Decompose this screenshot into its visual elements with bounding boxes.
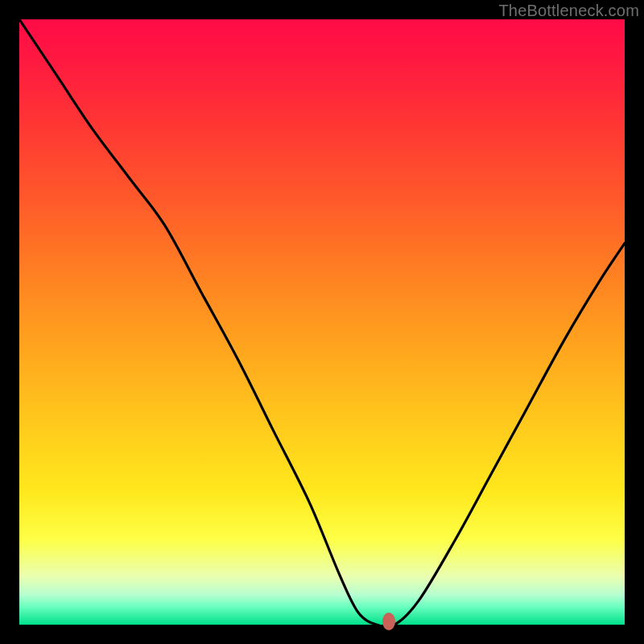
optimum-marker — [382, 613, 395, 630]
bottleneck-curve — [19, 19, 625, 625]
plot-area — [19, 19, 625, 625]
watermark-text: TheBottleneck.com — [498, 2, 639, 20]
chart-frame: TheBottleneck.com — [0, 0, 644, 644]
